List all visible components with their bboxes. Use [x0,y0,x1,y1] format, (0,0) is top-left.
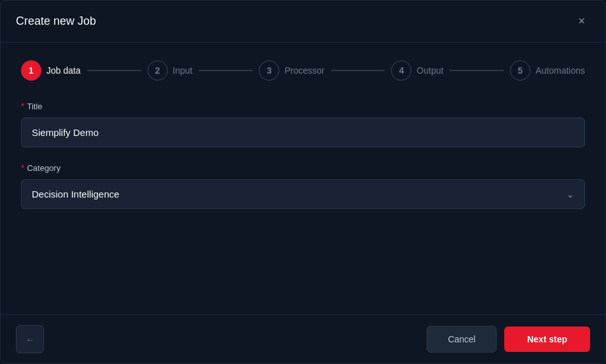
modal-title: Create new Job [16,15,96,28]
modal-header: Create new Job × [1,1,605,43]
connector-1-2 [87,70,141,71]
connector-2-3 [199,70,253,71]
title-input[interactable] [21,118,585,147]
step-5: 5 Automations [510,60,585,81]
category-select[interactable]: Decision Intelligence ⌄ [21,179,585,209]
step-1-label: Job data [46,65,81,76]
category-selected-value: Decision Intelligence [32,189,120,199]
title-field-label: * Title [21,101,585,111]
title-required-star: * [21,101,24,111]
step-3-label: Processor [284,65,324,76]
step-4-circle: 4 [391,60,411,81]
category-required-star: * [21,163,24,173]
back-arrow-icon: ← [25,335,34,344]
step-2: 2 Input [148,60,193,81]
next-step-button[interactable]: Next step [504,327,590,352]
step-5-circle: 5 [510,60,530,81]
connector-4-5 [450,70,504,71]
step-2-circle: 2 [148,60,168,81]
create-job-modal: Create new Job × 1 Job data 2 Input [0,0,606,364]
cancel-button[interactable]: Cancel [427,326,497,353]
step-1: 1 Job data [21,60,81,81]
step-4: 4 Output [391,60,443,81]
step-5-label: Automations [535,65,585,76]
category-field-label: * Category [21,163,585,173]
modal-footer: ← Cancel Next step [1,314,605,363]
category-select-wrapper: Decision Intelligence ⌄ [21,179,585,209]
back-button[interactable]: ← [16,325,44,353]
step-2-label: Input [173,65,193,76]
step-4-label: Output [417,65,443,76]
footer-right-actions: Cancel Next step [427,326,590,353]
chevron-down-icon: ⌄ [567,189,574,199]
close-button[interactable]: × [573,12,590,30]
step-1-circle: 1 [21,60,41,81]
step-3-circle: 3 [259,60,279,81]
step-3: 3 Processor [259,60,324,81]
connector-3-4 [331,70,385,71]
stepper: 1 Job data 2 Input 3 Processor [21,60,585,81]
modal-body: 1 Job data 2 Input 3 Processor [1,43,605,314]
